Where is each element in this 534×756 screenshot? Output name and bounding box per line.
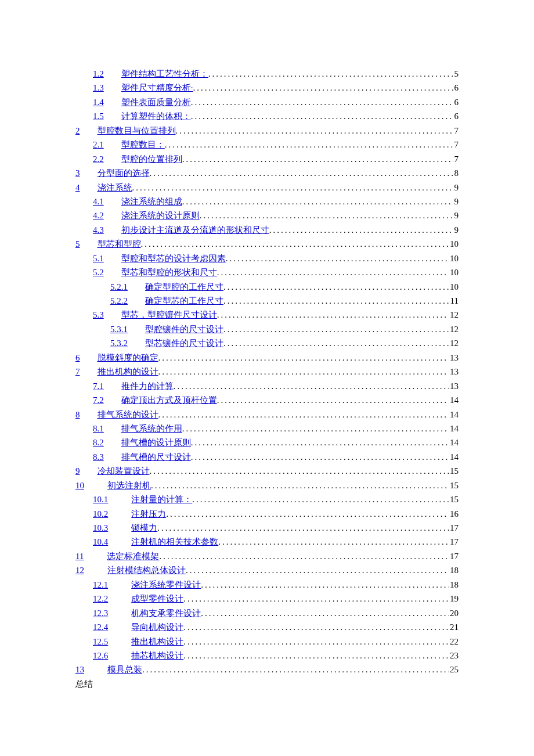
toc-title-link[interactable]: 塑件表面质量分析 (121, 95, 191, 109)
toc-number-link[interactable]: 4.1 (93, 195, 104, 208)
toc-title-link[interactable]: 脱模斜度的确定 (98, 351, 158, 365)
toc-title-link[interactable]: 计算塑件的体积： (121, 109, 191, 123)
toc-title-link[interactable]: 注射压力 (131, 507, 166, 521)
toc-number-link[interactable]: 5.3.1 (110, 322, 128, 336)
toc-title-link[interactable]: 型芯镶件的尺寸设计 (145, 336, 223, 350)
toc-number-link[interactable]: 9 (75, 464, 80, 478)
toc-number-link[interactable]: 12.2 (93, 592, 108, 606)
toc-number-link[interactable]: 12.3 (93, 606, 108, 620)
toc-number-link[interactable]: 6 (75, 351, 80, 365)
toc-title-link[interactable]: 锁模力 (131, 521, 157, 535)
toc-number-link[interactable]: 10.3 (93, 521, 108, 535)
toc-number-link[interactable]: 12.5 (93, 635, 108, 649)
toc-number-link[interactable]: 12.4 (93, 620, 108, 634)
toc-title-link[interactable]: 型芯和型腔 (98, 237, 141, 251)
toc-title-link[interactable]: 型芯和型腔的形状和尺寸 (121, 265, 217, 279)
toc-number-link[interactable]: 1.2 (93, 67, 104, 81)
toc-entry: 9冷却装置设计15 (75, 464, 459, 478)
toc-title-link[interactable]: 型腔数目： (121, 138, 165, 152)
toc-title-link[interactable]: 注射模结构总体设计 (107, 563, 186, 577)
toc-title-link[interactable]: 初选注射机 (107, 478, 151, 492)
toc-title-link[interactable]: 排气槽的设计原则 (121, 435, 191, 449)
toc-title-link[interactable]: 塑件结构工艺性分析： (121, 67, 208, 81)
toc-number-link[interactable]: 5.3.2 (110, 336, 128, 350)
toc-number-link[interactable]: 5.2.2 (110, 294, 128, 308)
toc-page-number: 12 (449, 308, 459, 322)
toc-title-link[interactable]: 确定顶出方式及顶杆位置 (121, 393, 217, 407)
toc-title-link[interactable]: 浇注系统零件设计 (131, 578, 201, 592)
toc-number-link[interactable]: 2.1 (93, 138, 104, 152)
toc-title-link[interactable]: 浇注系统 (98, 181, 132, 195)
toc-title-link[interactable]: 抽芯机构设计 (131, 649, 183, 663)
toc-number-link[interactable]: 8.3 (93, 450, 104, 464)
toc-entry: 10.1注射量的计算：15 (75, 492, 459, 506)
toc-title-link[interactable]: 排气系统的设计 (98, 408, 158, 422)
toc-page-number: 6 (453, 81, 459, 95)
toc-number-link[interactable]: 5.2 (93, 265, 104, 279)
toc-number-link[interactable]: 12 (75, 563, 84, 577)
toc-title-link[interactable]: 推件力的计算 (121, 379, 174, 393)
toc-number-link[interactable]: 1.3 (93, 81, 104, 95)
toc-title-link[interactable]: 塑件尺寸精度分析· (121, 81, 193, 95)
toc-page-number: 13 (449, 379, 459, 393)
toc-title-link[interactable]: 确定型腔的工作尺寸 (145, 280, 223, 294)
toc-title-link[interactable]: 分型面的选择 (98, 166, 150, 180)
toc-entry: 7推出机构的设计13 (75, 365, 459, 379)
toc-number-link[interactable]: 4 (75, 181, 80, 195)
toc-number-link[interactable]: 7.1 (93, 379, 104, 393)
toc-title-link[interactable]: 型腔的位置排列 (121, 152, 182, 166)
toc-number-link[interactable]: 8.2 (93, 435, 104, 449)
toc-number-link[interactable]: 5.3 (93, 308, 104, 322)
toc-title-link[interactable]: 型腔数目与位置排列 (98, 124, 176, 138)
toc-number-link[interactable]: 5 (75, 237, 80, 251)
toc-number-link[interactable]: 10.4 (93, 535, 108, 549)
toc-title-link[interactable]: 型芯，型腔镶件尺寸设计 (121, 308, 217, 322)
toc-title-link[interactable]: 导向机构设计 (131, 620, 183, 634)
toc-leader-dots (150, 464, 449, 478)
toc-number-link[interactable]: 4.3 (93, 223, 104, 237)
toc-number-link[interactable]: 7.2 (93, 393, 104, 407)
toc-title-link[interactable]: 浇注系统的设计原则 (121, 208, 200, 222)
toc-entry: 5型芯和型腔10 (75, 237, 459, 251)
toc-number-link[interactable]: 7 (75, 365, 80, 379)
toc-title-link[interactable]: 模具总装 (107, 663, 142, 676)
toc-title-link[interactable]: 成型零件设计 (131, 592, 183, 606)
toc-page-number: 14 (449, 422, 459, 435)
toc-title-link[interactable]: 机构支承零件设计 (131, 606, 201, 620)
toc-number-link[interactable]: 1.4 (93, 95, 104, 109)
toc-entry: 12.3机构支承零件设计20 (75, 606, 459, 620)
toc-number-link[interactable]: 12.6 (93, 649, 108, 663)
toc-number-link[interactable]: 12.1 (93, 578, 108, 592)
toc-title-link[interactable]: 推出机构设计 (131, 635, 183, 649)
toc-number-link[interactable]: 1.5 (93, 109, 104, 123)
toc-number-link[interactable]: 10.2 (93, 507, 108, 521)
toc-title-link[interactable]: 型腔镶件的尺寸设计 (145, 322, 223, 336)
toc-title-link[interactable]: 型腔和型芯的设计考虑因素 (121, 251, 226, 265)
toc-leader-dots (223, 294, 449, 308)
toc-leader-dots (200, 208, 453, 222)
toc-title-link[interactable]: 选定标准模架 (107, 549, 159, 563)
toc-number-link[interactable]: 2 (75, 124, 80, 138)
toc-number-link[interactable]: 13 (75, 663, 84, 676)
toc-number-link[interactable]: 3 (75, 166, 80, 180)
toc-title-link[interactable]: 推出机构的设计 (98, 365, 158, 379)
summary-heading: 总结 (75, 677, 459, 691)
toc-number-link[interactable]: 5.1 (93, 251, 104, 265)
toc-title-link[interactable]: 浇注系统的组成 (121, 195, 182, 208)
toc-number-link[interactable]: 11 (75, 549, 84, 563)
toc-number-link[interactable]: 10 (75, 478, 84, 492)
toc-number-link[interactable]: 10.1 (93, 492, 108, 506)
toc-title-link[interactable]: 冷却装置设计 (98, 464, 150, 478)
toc-title-link[interactable]: 初步设计主流道及分流道的形状和尺寸 (121, 223, 269, 237)
toc-title-link[interactable]: 排气槽的尺寸设计 (121, 450, 191, 464)
toc-title-link[interactable]: 注射量的计算： (131, 492, 192, 506)
toc-number-link[interactable]: 8 (75, 408, 80, 422)
toc-number-link[interactable]: 2.2 (93, 152, 104, 166)
toc-title-link[interactable]: 注射机的相关技术参数 (131, 535, 218, 549)
toc-number-link[interactable]: 8.1 (93, 422, 104, 435)
toc-page-number: 22 (449, 635, 459, 649)
toc-title-link[interactable]: 排气系统的作用 (121, 422, 182, 435)
toc-title-link[interactable]: 确定型芯的工作尺寸 (145, 294, 223, 308)
toc-number-link[interactable]: 4.2 (93, 208, 104, 222)
toc-number-link[interactable]: 5.2.1 (110, 280, 128, 294)
